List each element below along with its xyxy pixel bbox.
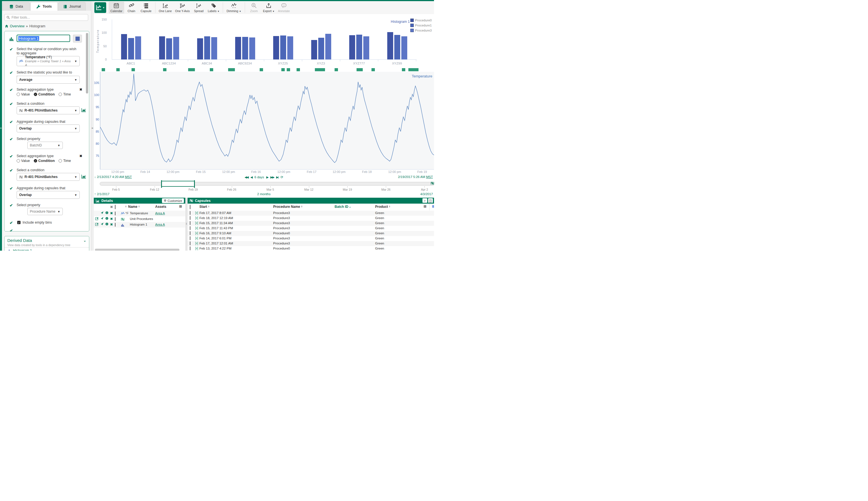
radio-value[interactable]: Value: [17, 92, 30, 96]
time-scrubber-track[interactable]: [100, 182, 434, 185]
info-icon[interactable]: [105, 217, 108, 220]
range-duration[interactable]: 6 days: [255, 175, 264, 179]
filter-tools-input[interactable]: Filter tools...: [4, 14, 88, 21]
toolbar-calendar-button[interactable]: Calendar: [109, 2, 124, 13]
step-forward-fast-icon[interactable]: ▶▶: [270, 175, 274, 179]
collapse-left-icon[interactable]: «: [0, 126, 2, 129]
capsules-row[interactable]: Feb 14, 2017 6:01 PMProcedure3Green: [187, 236, 434, 241]
view-histogram-icon[interactable]: [82, 108, 86, 112]
capsule-marker[interactable]: [335, 68, 338, 71]
remove-all-icon[interactable]: ✖: [110, 205, 113, 209]
row-asset-link[interactable]: Area A: [155, 223, 165, 226]
investigate-end[interactable]: 4/3/2017: [420, 192, 433, 196]
add-column-icon[interactable]: ⊞: [179, 204, 182, 209]
toolbar-chain-button[interactable]: Chain: [124, 2, 139, 13]
capsule-marker[interactable]: [188, 68, 192, 71]
remove-icon[interactable]: ✖: [110, 217, 113, 221]
capsule-marker[interactable]: [116, 68, 120, 71]
histogram-bar[interactable]: [235, 37, 241, 60]
overlap-select-1[interactable]: Overlap▼: [17, 125, 80, 132]
capsules-col-procedure[interactable]: Procedure Name▲▼: [273, 205, 302, 209]
toolbar-dimming-button[interactable]: Dimming ▼: [225, 2, 243, 13]
histogram-bar[interactable]: [173, 37, 179, 60]
histogram-bar[interactable]: [401, 36, 407, 60]
tool-name-input[interactable]: Histogram 1: [17, 35, 70, 42]
details-h-scrollbar[interactable]: [95, 249, 179, 250]
row-checkbox[interactable]: [115, 212, 116, 215]
step-to-now-icon[interactable]: ▶|: [276, 175, 278, 179]
histogram-plot-area[interactable]: [112, 19, 416, 60]
radio-condition[interactable]: ✓Condition: [34, 92, 55, 96]
histogram-bar[interactable]: [211, 37, 217, 60]
remove-icon[interactable]: ✖: [110, 211, 113, 215]
capsule-lane[interactable]: [100, 68, 434, 72]
radio-time[interactable]: Time: [58, 159, 71, 163]
capsule-marker[interactable]: [372, 68, 375, 71]
edit-icon[interactable]: [95, 223, 99, 226]
chevron-down-icon[interactable]: ⌄: [83, 238, 86, 243]
histogram-bar[interactable]: [287, 36, 293, 60]
left-collapse-rail[interactable]: «: [0, 1, 2, 250]
capsule-marker[interactable]: [315, 68, 318, 71]
scrubber-capsule-icon[interactable]: [431, 181, 434, 186]
capsules-row[interactable]: Feb 15, 2017 11:34 AMProcedure3Green: [187, 221, 434, 226]
toolbar-spread-button[interactable]: Spread: [192, 2, 206, 13]
histogram-bar[interactable]: [204, 36, 210, 60]
scrubber-handle-left[interactable]: [161, 180, 162, 188]
remove-icon[interactable]: ✖: [110, 223, 113, 226]
details-row[interactable]: ✖°FTemperatureArea A: [94, 211, 185, 216]
investigate-start[interactable]: ↑ 2/1/2017: [94, 192, 109, 196]
histogram-bar[interactable]: [356, 35, 362, 60]
legend-item[interactable]: Procedure0: [410, 19, 432, 22]
capsule-marker[interactable]: [192, 68, 195, 71]
details-col-assets[interactable]: Assets: [155, 205, 166, 209]
sort-type-icon[interactable]: ▲▼: [124, 205, 127, 209]
color-swatch-button[interactable]: [73, 35, 82, 43]
empty-bins-checkbox[interactable]: ✓: [17, 221, 21, 224]
row-name[interactable]: Histogram 1: [130, 223, 147, 226]
histogram-bar[interactable]: [280, 35, 286, 60]
histogram-bar[interactable]: [311, 40, 317, 60]
histogram-bar[interactable]: [387, 32, 393, 60]
signal-select[interactable]: Temperature (°F)Example » Cooling Tower …: [17, 56, 80, 66]
row-checkbox[interactable]: [190, 211, 190, 215]
tab-data[interactable]: Data: [2, 2, 30, 11]
capsules-zoom-icon[interactable]: ⌕: [422, 198, 427, 203]
select-all-checkbox[interactable]: [115, 205, 116, 209]
row-checkbox[interactable]: [190, 232, 190, 235]
statistic-select[interactable]: Average▼: [17, 76, 80, 84]
edit-icon[interactable]: [95, 217, 99, 220]
investigate-duration[interactable]: 2 months: [257, 192, 270, 196]
info-icon[interactable]: [105, 211, 108, 214]
toolbar-export-button[interactable]: Export ▼: [261, 2, 276, 13]
toolbar-capsule-button[interactable]: Capsule: [139, 2, 153, 13]
breadcrumb-overview[interactable]: Overview: [10, 24, 24, 28]
histogram-bar[interactable]: [273, 36, 279, 60]
toolbar-one-y-axis-button[interactable]: One Y-Axis: [173, 2, 192, 13]
histogram-bar[interactable]: [249, 38, 255, 60]
row-checkbox[interactable]: [115, 223, 116, 226]
capsule-marker[interactable]: [408, 68, 412, 71]
row-asset-link[interactable]: Area A: [155, 212, 165, 215]
capsule-marker[interactable]: [412, 68, 415, 71]
toolbar-labels-button[interactable]: Labels ▼: [206, 2, 221, 13]
row-checkbox[interactable]: [115, 217, 116, 221]
histogram-bar[interactable]: [363, 36, 369, 60]
capsule-marker[interactable]: [287, 68, 290, 71]
capsule-marker[interactable]: [210, 68, 213, 71]
property-select-2[interactable]: Procedure Name▼: [27, 208, 63, 215]
tab-tools[interactable]: Tools: [30, 2, 58, 11]
home-icon[interactable]: [5, 24, 9, 28]
remove-step-icon[interactable]: ✖: [79, 154, 82, 158]
details-row[interactable]: ✖Unit Procedures: [94, 216, 185, 222]
remove-step-icon[interactable]: ✖: [79, 88, 82, 92]
view-selector-button[interactable]: ▼: [94, 2, 106, 13]
radio-condition[interactable]: ✓Condition: [34, 159, 55, 163]
capsules-row[interactable]: Feb 16, 2017 9:10 AMProcedure0Green: [187, 231, 434, 236]
capsules-row[interactable]: Feb 13, 2017 4:22 PMProcedure0Green: [187, 246, 434, 250]
tool-panel-scrollbar[interactable]: [86, 33, 88, 94]
collapse-sidebar-icon[interactable]: «: [92, 126, 93, 129]
radio-time[interactable]: Time: [58, 92, 71, 96]
info-icon[interactable]: [105, 223, 108, 226]
row-name[interactable]: Unit Procedures: [130, 217, 153, 221]
